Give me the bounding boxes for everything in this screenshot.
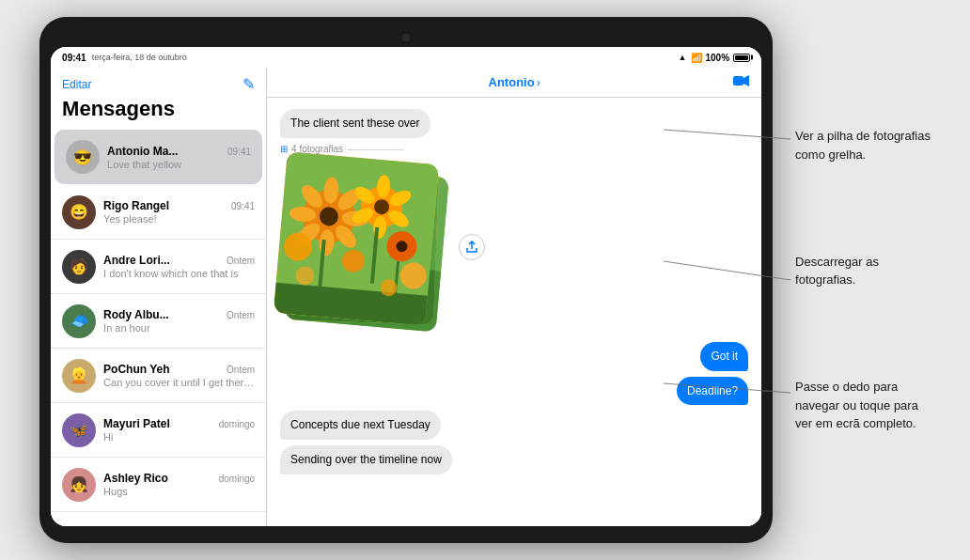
contact-name: Ashley Rico: [103, 472, 168, 485]
message-text: Deadline?: [687, 384, 738, 397]
svg-marker-1: [743, 75, 749, 86]
avatar: 🦋: [62, 413, 96, 447]
battery-icon: [733, 54, 750, 62]
message-text: The client sent these over: [290, 117, 419, 130]
message-row: Deadline?: [280, 377, 748, 406]
annotation-3-text: Passe o dedo paranavegar ou toque parave…: [795, 380, 918, 430]
status-right: ▲ 📶 100%: [679, 53, 751, 63]
message-row: The client sent these over: [280, 109, 748, 138]
messages-sidebar: Editar ✎ Mensagens 😎 Antonio Ma... 09:41: [51, 68, 267, 526]
contact-preview: Love that yellow: [107, 159, 251, 170]
annotation-3: Passe o dedo paranavegar ou toque parave…: [795, 378, 931, 433]
contact-item[interactable]: 🧑 Andre Lori... Ontem I don't know which…: [51, 240, 266, 294]
contact-time: Ontem: [227, 256, 255, 266]
message-bubble: Got it: [700, 342, 748, 371]
video-call-button[interactable]: [733, 74, 750, 91]
share-button[interactable]: [459, 234, 485, 260]
contact-info: Andre Lori... Ontem I don't know which o…: [103, 254, 255, 279]
message-bubble: Concepts due next Tuesday: [280, 411, 441, 440]
ipad-top-bar: [51, 34, 761, 41]
status-bar: 09:41 terça-feira, 18 de outubro ▲ 📶 100…: [51, 47, 761, 68]
message-bubble: Deadline?: [677, 377, 748, 406]
chat-messages: The client sent these over ⊞ 4 fotografi…: [267, 98, 761, 526]
photo-stack-row: ⊞ 4 fotografias ——————: [280, 144, 748, 336]
contact-time: 09:41: [231, 201, 255, 211]
sidebar-title: Mensagens: [51, 97, 266, 129]
status-left: 09:41 terça-feira, 18 de outubro: [62, 53, 187, 63]
avatar: 👧: [62, 468, 96, 502]
contact-item[interactable]: 👱 PoChun Yeh Ontem Can you cover it unti…: [51, 349, 266, 403]
contact-item[interactable]: 👧 Ashley Rico domingo Hugs: [51, 458, 266, 512]
contact-name: Rody Albu...: [103, 308, 169, 321]
annotation-1-text: Ver a pilha de fotografiascomo grelha.: [795, 129, 931, 162]
contact-info: Rody Albu... Ontem In an hour: [103, 308, 255, 334]
contact-info: Mayuri Patel domingo Hi: [103, 417, 255, 443]
avatar: 😎: [66, 140, 100, 174]
avatar: 🧑: [62, 250, 96, 284]
chat-contact-name[interactable]: Antonio: [489, 75, 535, 89]
avatar: 😄: [62, 195, 96, 229]
contact-item[interactable]: 😎 Antonio Ma... 09:41 Love that yellow: [55, 130, 262, 184]
status-time: 09:41: [62, 53, 86, 63]
photo-stack-label: ⊞ 4 fotografias ——————: [280, 144, 485, 154]
contact-name: Antonio Ma...: [107, 145, 178, 158]
contact-preview: Yes please!: [103, 213, 255, 225]
contact-name: Andre Lori...: [103, 254, 170, 267]
avatar: 👱: [62, 359, 96, 393]
ipad-screen: 09:41 terça-feira, 18 de outubro ▲ 📶 100…: [51, 47, 761, 526]
contact-info: Ashley Rico domingo Hugs: [103, 472, 255, 497]
edit-button[interactable]: Editar: [62, 78, 91, 91]
contact-name: PoChun Yeh: [103, 363, 169, 376]
contact-time: domingo: [219, 419, 255, 429]
message-bubble: The client sent these over: [280, 109, 430, 138]
contact-preview: I don't know which one that is: [103, 268, 255, 279]
compose-button[interactable]: ✎: [242, 75, 255, 93]
contact-time: domingo: [219, 474, 255, 484]
message-text: Got it: [711, 350, 738, 363]
contact-item[interactable]: 😄 Rigo Rangel 09:41 Yes please!: [51, 185, 266, 240]
annotation-1: Ver a pilha de fotografiascomo grelha.: [795, 127, 931, 163]
sidebar-header: Editar ✎: [51, 68, 266, 97]
contact-info: PoChun Yeh Ontem Can you cover it until …: [103, 363, 255, 388]
contact-preview: Hi: [103, 431, 255, 443]
message-row: Concepts due next Tuesday: [280, 411, 748, 440]
location-icon: ▲: [679, 53, 687, 62]
contact-item[interactable]: 🦋 Mayuri Patel domingo Hi: [51, 403, 266, 458]
chat-header: Antonio ›: [267, 68, 761, 98]
message-text: Sending over the timeline now: [290, 453, 442, 466]
message-row: Sending over the timeline now: [280, 445, 748, 474]
grid-icon: ⊞: [280, 144, 288, 154]
chevron-right-icon: ›: [537, 76, 540, 89]
contact-info: Antonio Ma... 09:41 Love that yellow: [107, 145, 251, 170]
contact-info: Rigo Rangel 09:41 Yes please!: [103, 199, 255, 225]
app-content: Editar ✎ Mensagens 😎 Antonio Ma... 09:41: [51, 68, 761, 526]
contact-preview: Can you cover it until I get there?: [103, 377, 255, 388]
contact-name: Rigo Rangel: [103, 199, 169, 212]
ipad-frame: 09:41 terça-feira, 18 de outubro ▲ 📶 100…: [39, 17, 773, 543]
contact-time: 09:41: [227, 147, 251, 157]
photo-stack-wrapper: ⊞ 4 fotografias ——————: [280, 144, 485, 336]
front-camera: [402, 34, 410, 41]
contact-name: Mayuri Patel: [103, 417, 170, 430]
contact-preview: In an hour: [103, 322, 255, 334]
battery-percent: 100%: [706, 53, 730, 63]
annotation-2-text: Descarregar asfotografias.: [795, 255, 879, 288]
contact-item[interactable]: 🧢 Rody Albu... Ontem In an hour: [51, 294, 266, 349]
wifi-icon: 📶: [691, 53, 702, 63]
message-text: Concepts due next Tuesday: [290, 418, 430, 431]
message-bubble: Sending over the timeline now: [280, 445, 452, 474]
contact-list: 😎 Antonio Ma... 09:41 Love that yellow 😄: [51, 129, 266, 526]
photo-stack[interactable]: [280, 158, 449, 336]
contact-preview: Hugs: [103, 486, 255, 497]
annotation-panel: Ver a pilha de fotografiascomo grelha. D…: [795, 83, 931, 477]
contact-time: Ontem: [227, 365, 255, 375]
chat-panel: Antonio ›: [267, 68, 761, 526]
message-row: Got it: [280, 342, 748, 371]
status-date: terça-feira, 18 de outubro: [92, 53, 187, 62]
avatar: 🧢: [62, 304, 96, 338]
annotation-2: Descarregar asfotografias.: [795, 253, 931, 289]
contact-time: Ontem: [227, 310, 255, 320]
svg-rect-0: [733, 76, 743, 86]
